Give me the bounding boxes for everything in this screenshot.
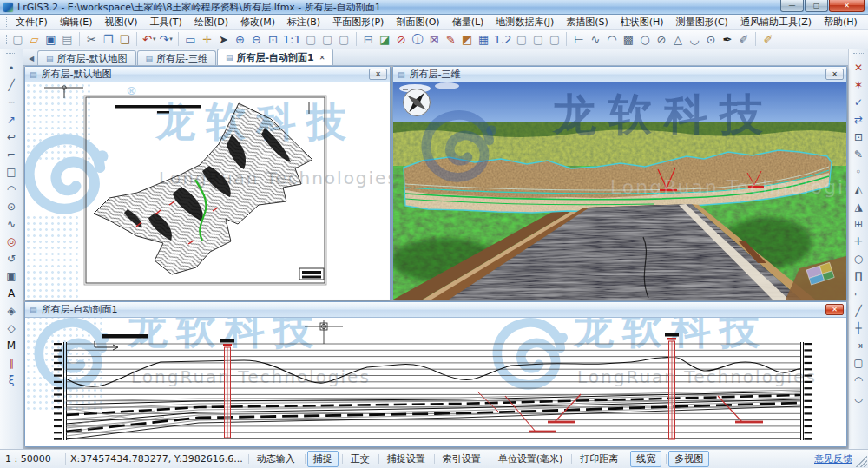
draw-line-icon[interactable]: ╱: [3, 76, 20, 94]
draw-corner-icon[interactable]: ⌐: [3, 146, 20, 163]
window-title-bar[interactable]: ▤ 所有层-默认地图 ✕: [25, 67, 390, 82]
trim-icon[interactable]: ✕: [850, 59, 867, 76]
line2-icon[interactable]: ╱: [850, 302, 867, 320]
fill-triangle-icon[interactable]: ◭: [850, 181, 867, 198]
tab-auto-section[interactable]: ▤所有层-自动剖面1✕: [217, 49, 333, 65]
close-button[interactable]: ✕: [829, 0, 865, 12]
menu-item[interactable]: 素描图(S): [560, 15, 615, 30]
vertex-icon[interactable]: ✓: [850, 94, 867, 111]
maximize-button[interactable]: ▢: [805, 0, 828, 12]
menu-item[interactable]: 编辑(E): [54, 15, 99, 30]
tab-close-icon[interactable]: ✕: [318, 54, 326, 62]
triangle-tool-icon[interactable]: △: [669, 31, 686, 48]
menu-item[interactable]: 标注(B): [281, 15, 326, 30]
dragon-tool-icon[interactable]: ξ: [3, 372, 20, 389]
measure-arc-icon[interactable]: ◠: [603, 31, 620, 48]
snap-toggle[interactable]: 捕捉: [307, 451, 339, 467]
arc-down-icon[interactable]: ◡: [850, 389, 867, 406]
section-canvas[interactable]: [25, 318, 846, 446]
forbid-icon[interactable]: ⊘: [393, 31, 410, 48]
zoom-window-icon[interactable]: ⊡: [265, 31, 281, 48]
circle-dot-icon[interactable]: ⊙: [702, 31, 719, 48]
menu-item[interactable]: 柱状图(H): [615, 15, 670, 30]
resize-grip[interactable]: [856, 456, 867, 467]
copy-icon[interactable]: ❐: [100, 31, 116, 48]
circle-slash-icon[interactable]: ⊘: [653, 31, 669, 48]
capture-box-icon[interactable]: ⊠: [426, 31, 443, 48]
hatch2-icon[interactable]: ◇: [3, 320, 20, 337]
undo-icon[interactable]: ↶▾: [141, 31, 157, 48]
menu-item[interactable]: 平面图形(P): [326, 15, 390, 30]
node-icon[interactable]: ◦: [850, 163, 867, 181]
annotate-icon[interactable]: ✎: [443, 31, 459, 48]
select-icon[interactable]: ➤: [215, 31, 232, 48]
page-icon-1[interactable]: ▢: [303, 31, 319, 48]
window-title-bar[interactable]: ▤ 所有层-自动剖面1 ✕: [25, 302, 846, 318]
menu-item[interactable]: 通风辅助工具(Z): [734, 15, 818, 30]
layer-edit-icon[interactable]: ◪: [377, 31, 393, 48]
menu-item[interactable]: 修改(M): [234, 15, 281, 30]
insert-image-icon[interactable]: ▣: [3, 267, 20, 285]
paste-icon[interactable]: ❏: [116, 31, 133, 48]
text-m-icon[interactable]: M: [3, 337, 20, 354]
numbers-icon[interactable]: 1.2: [492, 31, 514, 48]
extend-icon[interactable]: ⇥: [850, 337, 867, 354]
array-icon[interactable]: ⊞: [850, 215, 867, 233]
arc-tool-icon[interactable]: ◡: [686, 31, 702, 48]
map-canvas[interactable]: [25, 82, 390, 300]
draw-wave-icon[interactable]: ∿: [3, 215, 20, 233]
draw-ellipse-icon[interactable]: ◎: [3, 233, 20, 250]
zoom-1-1-icon[interactable]: 1:1: [281, 31, 303, 48]
multi-view-toggle[interactable]: 多视图: [668, 451, 709, 467]
print-distance-button[interactable]: 打印距离: [575, 452, 623, 466]
move-icon[interactable]: ✛: [850, 233, 867, 250]
tab-default-map[interactable]: ▤所有层-默认地图: [37, 50, 136, 65]
zoom-in-icon[interactable]: ⊕: [232, 31, 248, 48]
layer-manager-icon[interactable]: ⊟: [360, 31, 377, 48]
menu-item[interactable]: 工具(T): [144, 15, 188, 30]
mirror-icon[interactable]: ◮: [850, 198, 867, 215]
edit-pencil-icon[interactable]: ✎: [850, 146, 867, 163]
circle-tool-icon[interactable]: ○: [636, 31, 653, 48]
draw-arrow-line-icon[interactable]: ↗: [3, 111, 20, 129]
grid-icon[interactable]: ▦: [476, 31, 492, 48]
draw-arc-icon[interactable]: ◠: [3, 181, 20, 198]
window-close-button[interactable]: ✕: [825, 69, 844, 80]
swap-icon[interactable]: ⇄: [850, 111, 867, 129]
3d-canvas[interactable]: [393, 82, 846, 300]
rotate-icon[interactable]: ○: [850, 250, 867, 267]
page-icon-4[interactable]: ▢: [513, 31, 529, 48]
explode-icon[interactable]: ✶: [850, 76, 867, 94]
feedback-link[interactable]: 意见反馈: [814, 452, 852, 465]
new-file-icon[interactable]: ▢: [10, 31, 26, 48]
page-icon-2[interactable]: ▢: [319, 31, 336, 48]
dynamic-input-toggle[interactable]: 动态输入: [252, 452, 300, 466]
pan-icon[interactable]: ✛: [199, 31, 215, 48]
format-brush-icon[interactable]: ✐: [760, 31, 776, 48]
page-icon-3[interactable]: ▢: [336, 31, 352, 48]
draw-circle-icon[interactable]: ⊙: [3, 198, 20, 215]
measure-h-icon[interactable]: ⊢: [570, 31, 587, 48]
window-title-bar[interactable]: ▤ 所有层-三维 ✕: [393, 67, 846, 82]
region-icon[interactable]: ◩: [459, 31, 476, 48]
arc-up-icon[interactable]: ◠: [850, 372, 867, 389]
fit-view-icon[interactable]: ▭: [182, 31, 199, 48]
line-width-toggle[interactable]: 线宽: [630, 451, 661, 467]
zoom-out-icon[interactable]: ⊖: [248, 31, 265, 48]
text-icon[interactable]: A: [3, 285, 20, 302]
page-icon-5[interactable]: ▢: [529, 31, 546, 48]
pen-icon[interactable]: ✒: [719, 31, 735, 48]
save-icon[interactable]: ▣: [43, 31, 59, 48]
open-file-icon[interactable]: ▱: [26, 31, 43, 48]
crop-icon[interactable]: ⊡: [850, 129, 867, 146]
snap-settings-button[interactable]: 捕捉设置: [382, 452, 431, 466]
draw-arc2-icon[interactable]: ↺: [3, 250, 20, 267]
unit-settings-button[interactable]: 单位设置(毫米): [493, 452, 569, 466]
menu-item[interactable]: 文件(F): [10, 15, 54, 30]
print-icon[interactable]: ▤: [59, 31, 76, 48]
brush-icon[interactable]: ✐: [735, 31, 752, 48]
info-icon[interactable]: ⓘ: [410, 31, 426, 48]
window-close-button[interactable]: ✕: [825, 304, 844, 315]
menu-item[interactable]: 视图(V): [98, 15, 143, 30]
draw-hook-icon[interactable]: ↩: [3, 129, 20, 146]
